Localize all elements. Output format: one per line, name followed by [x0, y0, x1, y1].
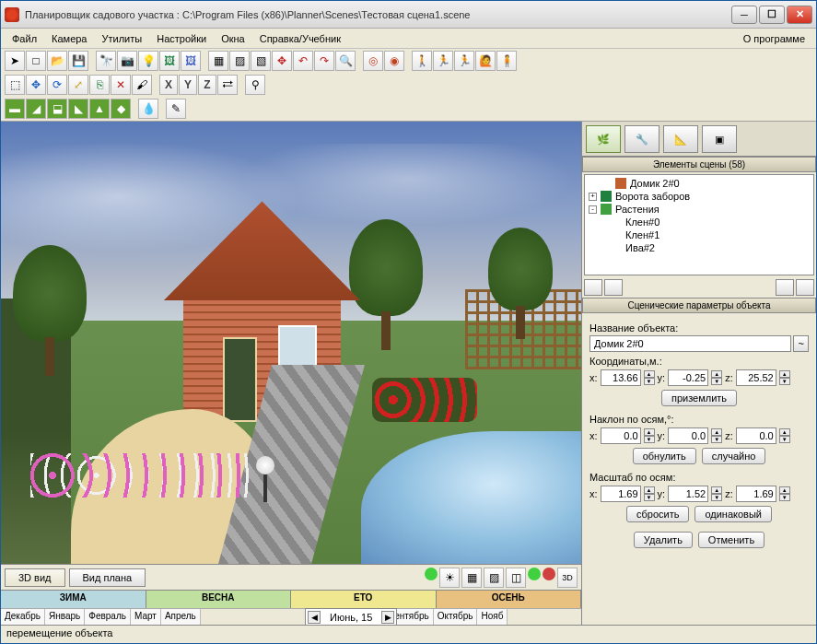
- tree-btn-1[interactable]: [584, 279, 602, 296]
- month-oct[interactable]: Октябрь: [434, 609, 478, 625]
- rotate-tool-icon[interactable]: ⟳: [47, 75, 67, 95]
- menu-utils[interactable]: Утилиты: [95, 31, 150, 46]
- expand-icon[interactable]: +: [589, 193, 597, 201]
- undo-icon[interactable]: ↶: [293, 51, 313, 71]
- close-button[interactable]: ✕: [787, 6, 812, 24]
- coord-x-input[interactable]: [601, 369, 641, 386]
- person-walk-icon[interactable]: 🚶: [412, 51, 432, 71]
- axis-z-button[interactable]: Z: [198, 75, 216, 95]
- coord-y-input[interactable]: [668, 369, 708, 386]
- month-feb[interactable]: Февраль: [85, 609, 131, 625]
- menu-windows[interactable]: Окна: [214, 31, 252, 46]
- axis-x-button[interactable]: X: [159, 75, 178, 95]
- tab-cube-icon[interactable]: ▣: [702, 125, 737, 153]
- spinner[interactable]: ▲▼: [644, 428, 655, 443]
- link-icon[interactable]: ⮂: [217, 75, 238, 95]
- paint-icon[interactable]: 🖌: [132, 75, 152, 95]
- scale-z-input[interactable]: [736, 486, 776, 502]
- redo-icon[interactable]: ↷: [314, 51, 334, 71]
- spinner[interactable]: ▲▼: [779, 370, 790, 385]
- month-next-button[interactable]: ▶: [381, 611, 394, 624]
- terrain2-icon[interactable]: ◢: [26, 99, 46, 119]
- tab-plan-view[interactable]: Вид плана: [69, 568, 146, 587]
- spinner[interactable]: ▲▼: [779, 486, 790, 501]
- person-jump-icon[interactable]: 🏃: [454, 51, 474, 71]
- coord-z-input[interactable]: [736, 369, 776, 386]
- move-tool-icon[interactable]: ✥: [26, 75, 46, 95]
- tilt-z-input[interactable]: [736, 427, 776, 444]
- month-jan[interactable]: Январь: [45, 609, 85, 625]
- move-icon[interactable]: ✥: [272, 51, 292, 71]
- delete-button[interactable]: Удалить: [634, 532, 693, 548]
- tree-btn-4[interactable]: [796, 279, 814, 296]
- eyedropper-icon[interactable]: ✎: [166, 99, 186, 119]
- terrain5-icon[interactable]: ▲: [89, 99, 110, 119]
- menu-file[interactable]: Файл: [5, 31, 44, 46]
- collapse-icon[interactable]: -: [589, 205, 597, 214]
- ground-button[interactable]: приземлить: [661, 390, 737, 406]
- target1-icon[interactable]: ◎: [363, 51, 383, 71]
- mini-1-icon[interactable]: ☀: [439, 568, 460, 588]
- month-prev-button[interactable]: ◀: [308, 611, 321, 624]
- spinner[interactable]: ▲▼: [711, 428, 722, 443]
- menu-help[interactable]: Справка/Учебник: [252, 31, 348, 46]
- month-apr[interactable]: Апрель: [161, 609, 201, 625]
- mini-2-icon[interactable]: ▦: [461, 568, 482, 588]
- camera-icon[interactable]: 📷: [117, 51, 137, 71]
- grid2-icon[interactable]: ▨: [229, 51, 250, 71]
- object-name-input[interactable]: [589, 335, 791, 352]
- maximize-button[interactable]: ☐: [759, 6, 785, 24]
- terrain6-icon[interactable]: ◆: [111, 99, 131, 119]
- minimize-button[interactable]: ─: [731, 6, 757, 24]
- tree-btn-3[interactable]: [776, 279, 794, 296]
- status-dot-green[interactable]: [425, 568, 438, 580]
- cancel-button[interactable]: Отменить: [698, 532, 764, 548]
- scale-x-input[interactable]: [601, 486, 641, 502]
- person-reach-icon[interactable]: 🙋: [475, 51, 496, 71]
- status-dot-green2[interactable]: [528, 568, 541, 580]
- water-icon[interactable]: 💧: [138, 99, 158, 119]
- axis-y-button[interactable]: Y: [179, 75, 197, 95]
- spinner[interactable]: ▲▼: [779, 428, 790, 443]
- season-autumn[interactable]: ОСЕНЬ: [437, 591, 582, 608]
- tab-plants-icon[interactable]: 🌿: [586, 125, 621, 153]
- month-mar[interactable]: Март: [131, 609, 161, 625]
- target2-icon[interactable]: ◉: [384, 51, 404, 71]
- status-dot-red[interactable]: [543, 568, 555, 580]
- spinner[interactable]: ▲▼: [644, 486, 655, 501]
- spinner[interactable]: ▲▼: [711, 486, 722, 501]
- zoom-in-icon[interactable]: 🔍: [335, 51, 356, 71]
- person-run-icon[interactable]: 🏃: [433, 51, 453, 71]
- tilt-x-input[interactable]: [601, 427, 641, 444]
- spinner[interactable]: ▲▼: [644, 370, 655, 385]
- month-dec[interactable]: Декабрь: [1, 609, 45, 625]
- season-spring[interactable]: ВЕСНА: [146, 591, 292, 608]
- tab-3d-view[interactable]: 3D вид: [5, 568, 65, 587]
- random-button[interactable]: случайно: [702, 448, 766, 464]
- person-stand-icon[interactable]: 🧍: [496, 51, 517, 71]
- copy-icon[interactable]: ⎘: [89, 75, 110, 95]
- mini-3d-icon[interactable]: 3D: [557, 568, 578, 588]
- month-nov[interactable]: Нояб: [477, 609, 508, 625]
- pointer-icon[interactable]: ➤: [5, 51, 25, 71]
- picture-icon[interactable]: 🖼: [159, 51, 180, 71]
- grid3-icon[interactable]: ▧: [251, 51, 271, 71]
- binoculars-icon[interactable]: 🔭: [96, 51, 116, 71]
- delete-icon[interactable]: ✕: [111, 75, 131, 95]
- scale-tool-icon[interactable]: ⤢: [68, 75, 88, 95]
- wand-icon[interactable]: ⚲: [245, 75, 265, 95]
- picture2-icon[interactable]: 🖼: [181, 51, 201, 71]
- menu-camera[interactable]: Камера: [44, 31, 94, 46]
- save-icon[interactable]: 💾: [68, 51, 88, 71]
- tilt-y-input[interactable]: [668, 427, 708, 444]
- terrain1-icon[interactable]: ▬: [5, 99, 25, 119]
- season-winter[interactable]: ЗИМА: [1, 591, 146, 608]
- reset-button[interactable]: сбросить: [626, 506, 689, 522]
- terrain4-icon[interactable]: ◣: [68, 99, 88, 119]
- scale-y-input[interactable]: [668, 486, 708, 502]
- terrain3-icon[interactable]: ⬓: [47, 99, 67, 119]
- viewport-3d[interactable]: [1, 122, 581, 564]
- select-all-icon[interactable]: ⬚: [5, 75, 25, 95]
- mini-4-icon[interactable]: ◫: [506, 568, 526, 588]
- season-summer[interactable]: ЕТО: [291, 591, 437, 608]
